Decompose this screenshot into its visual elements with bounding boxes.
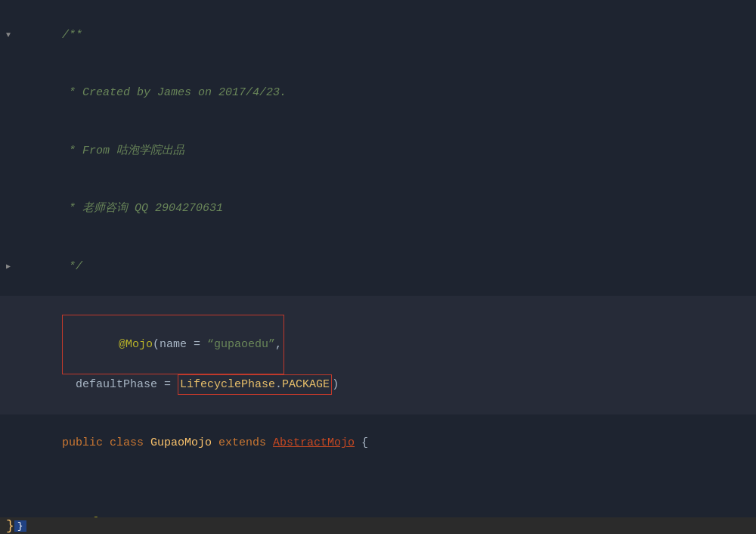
fold-icon-1[interactable]: ▼ <box>6 29 11 42</box>
comment-close: */ <box>62 260 82 273</box>
line-gutter-1: ▼ <box>0 29 17 42</box>
paren-close: ) <box>332 378 339 391</box>
eq1: = <box>187 338 207 351</box>
code-line-2: * Created by James on 2017/4/23. <box>0 64 756 123</box>
code-line-4: * 老师咨询 QQ 2904270631 <box>0 180 756 238</box>
comma1: , <box>275 338 282 351</box>
default-phase-label: defaultPhase = <box>76 378 178 391</box>
line-content-3: * From 咕泡学院出品 <box>17 122 750 180</box>
brace-open: { <box>355 436 368 449</box>
code-line-1: ▼ /** <box>0 6 756 64</box>
package-const: PACKAGE <box>282 378 330 391</box>
bottom-bar: } } <box>0 517 756 534</box>
line-content-6: @Mojo(name = “gupaoedu”, defaultPhase = … <box>17 296 750 414</box>
line-content-7: public class GupaoMojo extends AbstractM… <box>17 414 750 473</box>
code-line-8 <box>0 472 756 493</box>
name-param: name <box>160 338 187 351</box>
line-content-2: * Created by James on 2017/4/23. <box>17 64 750 123</box>
code-editor: ▼ /** * Created by James on 2017/4/23. *… <box>0 0 756 534</box>
comment-line-2: * Created by James on 2017/4/23. <box>62 86 287 99</box>
line-content-5: */ <box>17 238 750 296</box>
kw-class: class <box>110 436 150 449</box>
code-line-6: @Mojo(name = “gupaoedu”, defaultPhase = … <box>0 296 756 414</box>
line-gutter-5: ▶ <box>0 260 17 273</box>
code-line-3: * From 咕泡学院出品 <box>0 122 756 180</box>
comment-line-4: * 老师咨询 QQ 2904270631 <box>62 202 223 215</box>
comment-line-3: * From 咕泡学院出品 <box>62 144 184 157</box>
lifecycle-phase: LifecyclePhase <box>180 378 275 391</box>
line-content-8 <box>17 473 750 492</box>
code-line-5: ▶ */ <box>0 238 756 296</box>
annotation-mojo: @Mojo <box>119 338 153 351</box>
dot1: . <box>275 378 282 391</box>
line-content-4: * 老师咨询 QQ 2904270631 <box>17 180 750 238</box>
class-gupao: GupaoMojo <box>150 436 218 449</box>
fold-icon-5[interactable]: ▶ <box>6 260 11 273</box>
kw-extends: extends <box>218 436 273 449</box>
code-line-7: public class GupaoMojo extends AbstractM… <box>0 414 756 473</box>
bottom-bar-content: } <box>14 520 26 532</box>
kw-public: public <box>62 436 110 449</box>
line-content-1: /** <box>17 6 750 64</box>
comment-open: /** <box>62 29 82 42</box>
string-gupaoedu: “gupaoedu” <box>207 338 275 351</box>
paren-open: ( <box>153 338 160 351</box>
bottom-bracket-label: } <box>6 518 14 533</box>
space1 <box>62 378 76 391</box>
class-abstract: AbstractMojo <box>273 436 355 449</box>
